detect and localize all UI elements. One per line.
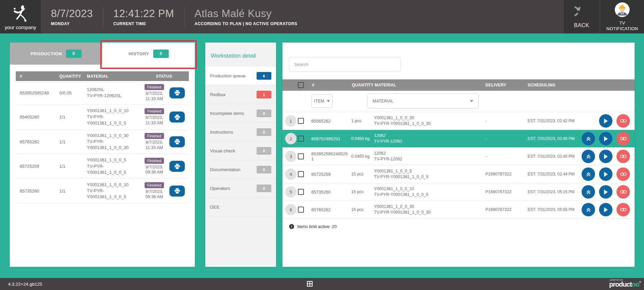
queue-row[interactable]: 5 65735260 15 pcs Y0001361_1_0_0_10 TV-P… — [282, 183, 635, 201]
queue-item-id: 65765262 — [311, 207, 351, 212]
order-quantity: 1/1 — [59, 189, 87, 194]
queue-row[interactable]: 1 65565262 1 pcs Y0001361_1_0_0_30 TV-PY… — [282, 112, 635, 130]
material-filter-dropdown[interactable]: MATERIAL — [367, 93, 479, 108]
row-checkbox[interactable] — [298, 171, 304, 177]
nav-item-label: Redbox — [210, 92, 226, 97]
queue-row[interactable]: 4 65725259 15 pcs Y0001361_1_0_0_5 TV-PY… — [282, 165, 635, 183]
queue-row[interactable]: 6 65765262 15 pcs Y0001361_1_0_0_30 TV-P… — [282, 201, 635, 219]
link-button[interactable] — [616, 150, 630, 163]
company-logo-icon — [12, 4, 29, 23]
workstation-nav-item[interactable]: Incomplete items 0 — [205, 104, 276, 123]
start-button[interactable] — [599, 185, 612, 199]
queue-item-material: Y0001361_1_0_0_5 TV-PYR-Y0001361_1_0_0_5 — [374, 168, 485, 180]
order-status: Finished 8/7/2023, 11:33 AM — [143, 108, 165, 126]
link-icon — [620, 172, 627, 176]
start-button[interactable] — [599, 114, 612, 128]
grid-icon[interactable] — [307, 281, 313, 288]
queue-filter-row: ITEM MATERIAL — [282, 91, 635, 112]
column-header-id: # — [20, 74, 59, 79]
brand-name-start: product — [609, 281, 632, 288]
move-to-top-button[interactable] — [582, 132, 595, 145]
column-header-delivery: DELIVERY — [485, 83, 524, 87]
queue-row-actions — [578, 167, 635, 181]
nav-item-count-badge: 6 — [257, 72, 271, 80]
item-filter-dropdown[interactable]: ITEM — [311, 94, 333, 108]
link-icon — [620, 137, 627, 140]
order-id: 653952595248 — [20, 90, 59, 95]
nav-item-label: Operators — [210, 186, 230, 191]
start-button[interactable] — [599, 132, 612, 145]
move-to-top-button[interactable] — [582, 167, 595, 181]
nav-item-label: Visual check — [210, 148, 235, 153]
move-to-top-button[interactable] — [582, 185, 595, 199]
row-checkbox[interactable] — [298, 153, 304, 159]
tv-notification-button[interactable]: TV NOTIFICATION — [600, 0, 644, 33]
link-button[interactable] — [616, 114, 630, 128]
order-quantity: 1/1 — [59, 164, 87, 169]
link-button[interactable] — [616, 167, 630, 181]
queue-row[interactable]: 2 659752495251 0.0455 kg 12062 TV-PYR-12… — [282, 130, 635, 148]
order-material: 12062SL TV-PYR-12062SL — [87, 87, 143, 99]
workstation-nav-item[interactable]: Production queue 6 — [205, 67, 276, 85]
status-date: 8/7/2023, 11:33 AM — [143, 140, 165, 150]
status-date: 8/7/2023, 11:33 AM — [143, 91, 165, 101]
tab-production[interactable]: PRODUCTION 0 — [10, 43, 102, 65]
history-table-row: 65765262 1/1 Y0001361_1_0_0_30 TV-PYR-Y0… — [16, 130, 189, 154]
date-value: 8/7/2023 — [51, 8, 93, 20]
start-button[interactable] — [599, 203, 612, 216]
row-checkbox[interactable] — [298, 207, 304, 213]
tab-history[interactable]: HISTORY 5 — [102, 43, 195, 65]
undo-icon — [575, 5, 589, 20]
link-icon — [620, 119, 627, 123]
print-button[interactable] — [169, 136, 185, 147]
column-header-quantity: QUANTITY — [59, 74, 87, 79]
play-icon — [604, 154, 608, 159]
workstation-nav-item[interactable]: Redbox 1 — [205, 85, 276, 104]
link-button[interactable] — [616, 185, 630, 199]
history-table-row: 653952595248 0/0.05 12062SL TV-PYR-12062… — [16, 81, 189, 105]
start-button[interactable] — [599, 150, 612, 163]
workstation-nav-item[interactable]: Visual check 0 — [205, 142, 276, 160]
queue-item-delivery: - — [485, 154, 524, 159]
link-icon — [620, 208, 627, 211]
queue-row-actions — [578, 203, 635, 216]
queue-item-material: 12062 TV-PYR-12062 — [374, 151, 485, 162]
select-all-checkbox[interactable] — [298, 82, 304, 88]
queue-item-id: 6539525952485251 — [311, 151, 351, 161]
status-badge: Finished — [145, 182, 164, 188]
status-date: 8/7/2023, 09:36 AM — [143, 189, 165, 200]
move-to-top-button[interactable] — [582, 203, 595, 216]
link-button[interactable] — [616, 203, 630, 216]
workstation-nav-item[interactable]: Documentation 0 — [205, 160, 276, 179]
app-version: 4.3.22+24.gb125 — [0, 282, 42, 287]
back-button[interactable]: BACK — [564, 0, 599, 33]
workstation-nav-item[interactable]: OEE — [205, 198, 276, 217]
queue-item-scheduling: EST: 7/31/2023, 05:15 PM — [524, 190, 578, 194]
app-header: your company 8/7/2023 MONDAY 12:41:22 PM… — [0, 0, 644, 33]
queue-row[interactable]: 3 6539525952485251 0.0455 kg 12062 TV-PY… — [282, 148, 635, 165]
printer-icon — [174, 164, 180, 169]
nav-item-count-badge: 0 — [257, 147, 271, 155]
row-number: 4 — [285, 168, 297, 180]
workstation-nav-item[interactable]: Instructions 0 — [205, 123, 276, 142]
link-button[interactable] — [616, 132, 630, 145]
order-material: Y0001361_1_0_0_10 TV-PYR-Y0001361_1_0_0_… — [87, 182, 143, 200]
column-header-scheduling: SCHEDULING — [524, 83, 578, 87]
workstation-nav-item[interactable]: Operators 0 — [205, 179, 276, 198]
row-checkbox[interactable] — [298, 118, 304, 124]
print-button[interactable] — [169, 161, 185, 172]
row-checkbox[interactable] — [298, 136, 304, 142]
print-button[interactable] — [169, 112, 185, 123]
row-checkbox[interactable] — [298, 189, 304, 195]
start-button[interactable] — [599, 167, 612, 181]
queue-item-scheduling: EST: 7/31/2023, 05:55 PM — [524, 207, 578, 212]
chevron-down-icon — [470, 100, 473, 102]
link-icon — [620, 155, 627, 158]
back-label: BACK — [574, 22, 589, 28]
nav-item-count-badge: 0 — [257, 110, 271, 117]
print-button[interactable] — [169, 186, 185, 197]
search-input[interactable] — [289, 57, 400, 72]
print-button[interactable] — [169, 87, 185, 98]
move-to-top-button[interactable] — [582, 150, 595, 163]
queue-item-quantity: 15 pcs — [351, 172, 374, 176]
